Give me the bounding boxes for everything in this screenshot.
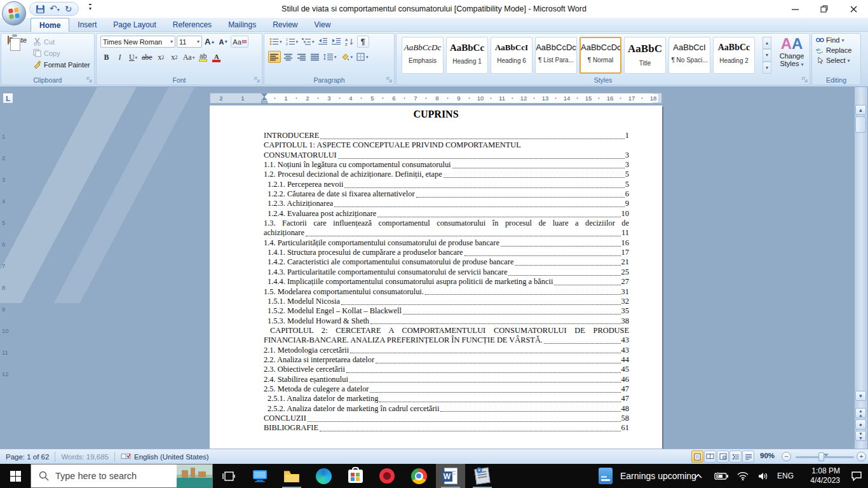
borders-button[interactable]: ▾ <box>355 51 370 63</box>
styles-dialog-launcher[interactable] <box>802 77 808 83</box>
underline-button[interactable]: U▾ <box>127 51 139 64</box>
change-case-button[interactable]: Aa▾ <box>182 51 196 64</box>
styles-more-button[interactable]: ▼ <box>763 62 771 74</box>
zoom-out-button[interactable]: − <box>782 452 791 461</box>
find-button[interactable]: Find▾ <box>816 36 860 44</box>
superscript-button[interactable]: x2 <box>168 51 180 64</box>
style-list-paragraph[interactable]: AaBbCcDc¶ List Para... <box>535 37 577 74</box>
scrollbar-thumb[interactable] <box>855 116 866 133</box>
close-button[interactable] <box>839 0 868 18</box>
previous-page-button[interactable]: ▲▲ <box>855 408 866 418</box>
style-heading-2[interactable]: AaBbCcHeading 2 <box>713 37 755 74</box>
page-indicator[interactable]: Page: 1 of 62 <box>0 449 55 464</box>
start-button[interactable] <box>0 464 31 488</box>
show-hide-pilcrow-button[interactable]: ¶ <box>357 36 369 48</box>
italic-button[interactable]: I <box>114 51 126 64</box>
sort-button[interactable]: AZ <box>344 36 356 48</box>
shrink-font-button[interactable]: A▼ <box>217 36 229 48</box>
tab-references[interactable]: References <box>165 18 220 32</box>
styles-scroll-down-button[interactable]: ▼ <box>763 49 771 61</box>
format-painter-button[interactable]: Format Painter <box>33 60 90 69</box>
align-left-button[interactable] <box>268 51 281 63</box>
web-layout-view-button[interactable] <box>717 451 729 463</box>
bullets-button[interactable]: ▾ <box>268 36 283 48</box>
clear-formatting-button[interactable]: Aa <box>231 36 248 48</box>
document-page[interactable]: CUPRINS INTRODUCERE 1CAPITOLUL 1: ASPECT… <box>210 105 662 449</box>
font-dialog-launcher[interactable] <box>254 77 261 83</box>
print-layout-view-button[interactable] <box>691 451 703 463</box>
tab-review[interactable]: Review <box>264 18 306 32</box>
clipboard-dialog-launcher[interactable] <box>86 77 93 83</box>
line-spacing-button[interactable]: ▾ <box>322 51 338 63</box>
style-emphasis[interactable]: AaBbCcDcEmphasis <box>402 37 444 74</box>
taskbar-microsoft-store[interactable] <box>341 464 370 488</box>
font-family-combobox[interactable]: Times New Roman▾ <box>100 36 175 48</box>
hanging-indent-marker[interactable] <box>261 97 268 100</box>
vertical-scrollbar[interactable]: ▲ ▼ ▲▲ ● ▼▼ <box>855 87 867 449</box>
taskbar-search[interactable]: Type here to search <box>31 464 213 488</box>
highlight-color-button[interactable]: ab <box>197 51 209 64</box>
restore-button[interactable] <box>810 0 839 18</box>
wifi-status[interactable] <box>733 464 752 488</box>
scroll-down-button[interactable]: ▼ <box>855 391 866 401</box>
left-indent-marker[interactable] <box>261 101 268 104</box>
tab-page-layout[interactable]: Page Layout <box>105 18 164 32</box>
action-center-button[interactable] <box>845 464 868 488</box>
taskbar-edge[interactable] <box>309 464 338 488</box>
taskbar-opera[interactable] <box>372 464 402 488</box>
taskbar-word-active[interactable]: W <box>436 464 465 488</box>
multilevel-list-button[interactable]: ▾ <box>301 36 316 48</box>
draft-view-button[interactable] <box>742 451 754 463</box>
search-daily-image[interactable] <box>177 464 212 488</box>
shading-button[interactable]: ▾ <box>339 51 355 63</box>
style-no-spacing[interactable]: AaBbCcI¶ No Spaci... <box>668 37 710 74</box>
style-title[interactable]: AaBbCTitle <box>624 37 666 74</box>
style-normal[interactable]: AaBbCcDc¶ Normal <box>580 37 621 74</box>
taskbar-document-search-app[interactable] <box>468 464 497 488</box>
taskbar-clock[interactable]: 1:08 PM 4/4/2023 <box>798 464 840 488</box>
scroll-up-button[interactable]: ▲ <box>855 105 866 115</box>
copy-button[interactable]: Copy <box>33 49 90 57</box>
replace-button[interactable]: ab Replace <box>816 46 860 54</box>
justify-button[interactable] <box>309 51 321 63</box>
taskbar-chrome[interactable] <box>404 464 433 488</box>
zoom-in-button[interactable]: + <box>857 452 866 461</box>
paragraph-dialog-launcher[interactable] <box>386 77 393 83</box>
tab-mailings[interactable]: Mailings <box>220 18 264 32</box>
office-button[interactable] <box>2 1 26 25</box>
tab-view[interactable]: View <box>306 18 339 32</box>
align-right-button[interactable] <box>295 51 308 63</box>
outline-view-button[interactable] <box>729 451 742 463</box>
battery-status[interactable] <box>712 464 731 488</box>
next-page-button[interactable]: ▼▼ <box>855 431 866 441</box>
increase-indent-button[interactable] <box>330 36 342 48</box>
word-count[interactable]: Words: 19,685 <box>55 449 114 464</box>
full-screen-reading-view-button[interactable] <box>704 451 716 463</box>
strikethrough-button[interactable]: abe <box>140 51 154 64</box>
align-center-button[interactable] <box>282 51 294 63</box>
style-heading-1[interactable]: AaBbCcHeading 1 <box>446 37 488 74</box>
language-switcher[interactable]: ENG <box>774 464 797 488</box>
taskbar-news-widget[interactable]: Earnings upcoming <box>599 464 696 488</box>
font-size-combobox[interactable]: 11▾ <box>177 36 202 48</box>
chevron-down-icon[interactable]: ▾ <box>197 39 200 44</box>
style-heading-6[interactable]: AaBbCcIHeading 6 <box>491 37 532 74</box>
decrease-indent-button[interactable] <box>317 36 329 48</box>
taskbar-file-explorer[interactable] <box>277 464 306 488</box>
tab-stop-selector[interactable]: L <box>3 93 13 104</box>
grow-font-button[interactable]: A▲ <box>203 36 216 48</box>
volume-status[interactable] <box>754 464 773 488</box>
taskbar-display-app[interactable] <box>245 464 275 488</box>
select-browse-object-button[interactable]: ● <box>855 419 866 430</box>
bold-button[interactable]: B <box>100 51 112 64</box>
font-color-button[interactable]: A <box>210 51 222 64</box>
cut-button[interactable]: Cut <box>33 37 90 46</box>
styles-scroll-up-button[interactable]: ▲ <box>763 37 771 49</box>
zoom-slider-thumb[interactable] <box>818 452 824 461</box>
paste-button[interactable]: Paste ▾ <box>5 36 29 76</box>
minimize-button[interactable] <box>780 0 810 18</box>
subscript-button[interactable]: x2 <box>155 51 167 64</box>
chevron-down-icon[interactable]: ▾ <box>170 39 173 44</box>
task-view-button[interactable] <box>215 464 243 488</box>
numbering-button[interactable]: 12▾ <box>285 36 300 48</box>
